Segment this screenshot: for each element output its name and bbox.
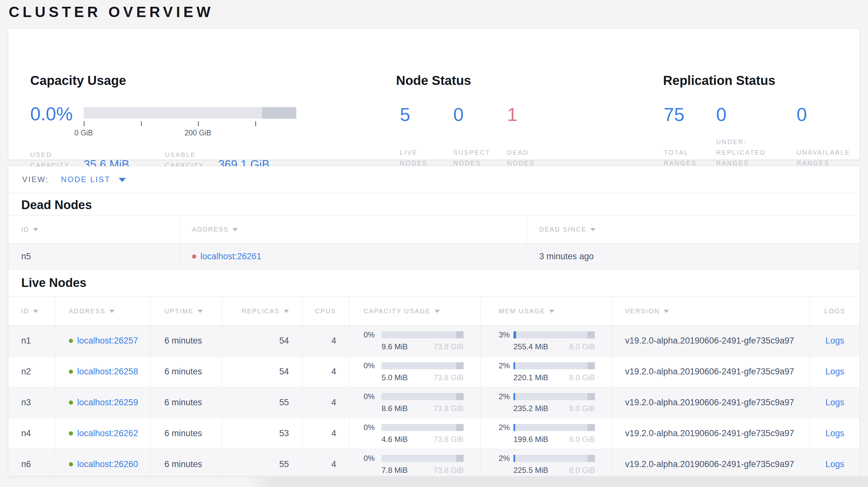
column-header-label: ID [21, 226, 29, 233]
node-id-cell: n6 [8, 449, 55, 476]
mem-total: 8.0 GiB [569, 466, 595, 475]
mem-percent: 2% [499, 392, 514, 401]
unavailable-ranges-count: 0 [797, 105, 807, 124]
live-nodes-heading: Live Nodes [8, 276, 860, 290]
cpus-cell: 4 [302, 356, 349, 387]
mem-percent: 2% [499, 454, 514, 463]
sort-caret-icon [284, 310, 289, 313]
live-node-row: n4 localhost:26262 6 minutes 53 4 0% 4.6… [8, 418, 860, 449]
sort-caret-icon [232, 228, 238, 231]
capacity-bar [381, 455, 464, 462]
logs-cell: Logs [810, 418, 860, 449]
dead-nodes-section-header: Dead Nodes [8, 193, 860, 215]
column-header-cpus: CPUS [302, 297, 349, 325]
capacity-bar-reserved [456, 424, 464, 431]
sort-caret-icon [110, 310, 115, 313]
version-cell: v19.2.0-alpha.20190606-2491-gfe735c9a97 [611, 356, 810, 387]
node-address-cell: localhost:26257 [55, 326, 151, 356]
version-cell: v19.2.0-alpha.20190606-2491-gfe735c9a97 [611, 326, 810, 356]
dead-nodes-label: DEAD NODES [507, 147, 535, 168]
suspect-nodes-label: SUSPECT NODES [453, 147, 490, 168]
version-cell: v19.2.0-alpha.20190606-2491-gfe735c9a97 [611, 418, 810, 449]
total-ranges-label: TOTAL RANGES [664, 147, 696, 168]
logs-cell: Logs [810, 356, 860, 387]
view-dropdown-value[interactable]: NODE LIST [61, 175, 111, 184]
node-address-cell: localhost:26258 [55, 356, 151, 387]
node-address-link[interactable]: localhost:26259 [77, 397, 138, 408]
mem-bar-fill [514, 455, 515, 462]
node-address-link[interactable]: localhost:26257 [77, 336, 138, 346]
mem-total: 8.0 GiB [569, 342, 595, 351]
view-label: VIEW: [22, 175, 49, 184]
replicas-cell: 55 [222, 387, 302, 418]
live-nodes-count: 5 [400, 105, 410, 124]
sort-caret-icon [33, 228, 38, 231]
sort-caret-icon [435, 310, 440, 313]
node-address-link[interactable]: localhost:26258 [77, 367, 138, 377]
mem-bar-reserved [587, 424, 595, 431]
mem-bar-reserved [587, 393, 595, 400]
mem-used: 255.4 MiB [514, 342, 548, 351]
under-replicated-count: 0 [716, 105, 726, 124]
mem-usage-cell: 2% 220.1 MiB8.0 GiB [480, 356, 611, 387]
replicas-cell: 54 [222, 326, 302, 356]
mem-used: 235.2 MiB [514, 404, 548, 413]
sort-caret-icon [590, 228, 595, 231]
logs-link[interactable]: Logs [826, 367, 844, 377]
logs-link[interactable]: Logs [826, 459, 844, 469]
column-header-id[interactable]: ID [8, 216, 180, 243]
axis-tick [141, 121, 142, 126]
capacity-axis: 0 GiB 200 GiB [84, 121, 296, 140]
node-id-cell: n3 [8, 387, 55, 418]
column-header-label: REPLICAS [242, 307, 280, 315]
column-header-dead-since[interactable]: DEAD SINCE [527, 216, 860, 243]
capacity-bar-reserved [456, 393, 464, 400]
node-address-cell: localhost:26262 [55, 418, 151, 449]
column-header-label: DEAD SINCE [539, 226, 587, 233]
mem-total: 8.0 GiB [569, 373, 595, 382]
replicas-cell: 55 [222, 449, 302, 476]
logs-cell: Logs [810, 387, 860, 418]
capacity-reserved-segment [262, 107, 296, 119]
axis-tick [84, 121, 85, 126]
capacity-bar [381, 331, 464, 338]
mem-bar-reserved [587, 331, 595, 338]
view-dropdown[interactable]: NODE LIST [61, 175, 126, 184]
column-header-capacity-usage[interactable]: CAPACITY USAGE [349, 297, 480, 325]
column-header-replicas[interactable]: REPLICAS [222, 297, 302, 325]
logs-cell: Logs [810, 326, 860, 356]
capacity-usage-cell: 0% 8.6 MiB73.8 GiB [349, 387, 480, 418]
page-title: CLUSTER OVERVIEW [9, 3, 214, 21]
view-bar: VIEW: NODE LIST [8, 166, 860, 193]
logs-link[interactable]: Logs [826, 428, 844, 439]
capacity-usage-cell: 0% 7.8 MiB73.8 GiB [349, 449, 480, 476]
dead-nodes-table-header: ID ADDRESS DEAD SINCE [8, 215, 860, 244]
version-cell: v19.2.0-alpha.20190606-2491-gfe735c9a97 [611, 449, 810, 476]
cpus-cell: 4 [302, 449, 349, 476]
node-address-link[interactable]: localhost:26260 [77, 459, 138, 469]
column-header-address[interactable]: ADDRESS [180, 216, 527, 243]
logs-link[interactable]: Logs [826, 397, 844, 408]
mem-bar-reserved [587, 455, 595, 462]
capacity-used: 9.6 MiB [381, 342, 408, 351]
node-address-link[interactable]: localhost:26262 [77, 428, 138, 439]
mem-bar-fill [514, 331, 516, 338]
logs-link[interactable]: Logs [826, 336, 844, 346]
node-status-heading: Node Status [396, 73, 647, 88]
column-header-address[interactable]: ADDRESS [55, 297, 151, 325]
column-header-label: MEM USAGE [499, 307, 545, 315]
column-header-label: ID [21, 307, 29, 315]
column-header-mem-usage[interactable]: MEM USAGE [480, 297, 611, 325]
column-header-version[interactable]: VERSION [611, 297, 810, 325]
column-header-id[interactable]: ID [8, 297, 55, 325]
unavailable-ranges-label: UNAVAILABLE RANGES [797, 147, 850, 168]
capacity-usage-section: Capacity Usage 0.0% 0 GiB 200 GiB USED C… [30, 73, 320, 88]
mem-bar [514, 455, 595, 462]
capacity-bar-reserved [456, 362, 464, 369]
capacity-percent: 0% [364, 454, 381, 463]
node-address-link[interactable]: localhost:26261 [200, 252, 261, 261]
capacity-total: 73.8 GiB [434, 342, 464, 351]
capacity-usage-cell: 0% 4.6 MiB73.8 GiB [349, 418, 480, 449]
live-nodes-label: LIVE NODES [400, 147, 428, 168]
column-header-uptime[interactable]: UPTIME [151, 297, 222, 325]
